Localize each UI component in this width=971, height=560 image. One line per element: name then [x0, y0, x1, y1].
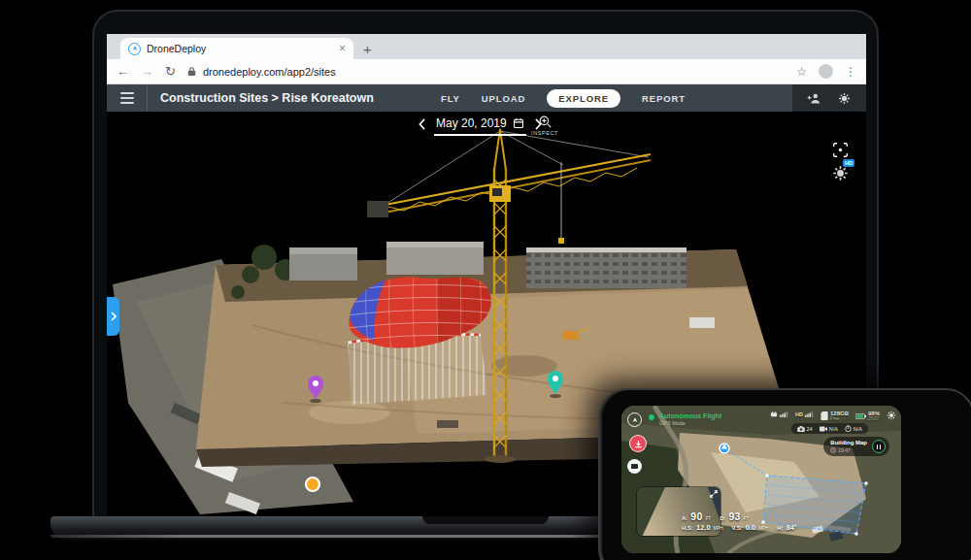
browser-tabstrip: DroneDeploy × + [107, 34, 866, 59]
capture-counters: 24 N/A N/A [791, 423, 868, 434]
address-bar[interactable]: dronedeploy.com/app2/sites [187, 66, 785, 78]
prev-date-icon[interactable] [418, 116, 426, 130]
building-map-label: Building Map [830, 440, 867, 447]
calendar-icon [513, 117, 524, 129]
new-tab-button[interactable]: + [363, 41, 372, 59]
building-map-panel[interactable]: Building Map 19:47 [823, 437, 889, 456]
video-signal-indicator: HD [795, 411, 814, 417]
camera-view-toggle-button[interactable] [627, 459, 642, 474]
inspect-magnifier-icon [538, 115, 552, 129]
hd-badge: HD [843, 159, 854, 167]
invite-user-icon[interactable] [807, 92, 821, 105]
photo-counter: 24 [797, 426, 813, 432]
battery-sub: 25:07 [868, 417, 879, 422]
pause-mapping-button[interactable] [872, 440, 886, 453]
phone-mockup: Autonomous Flight GPS Mode HD 128GB [598, 388, 971, 560]
app-header: Construction Sites > Rise Koreatown FLY … [107, 84, 866, 112]
hamburger-menu-button[interactable] [107, 84, 148, 112]
header-actions [792, 84, 866, 112]
marketing-composite: DroneDeploy × + ← → ↻ dronedeploy.com/ap… [0, 0, 971, 560]
focus-crosshair-icon [832, 142, 849, 158]
battery-indicator[interactable]: 98% 25:07 [855, 411, 880, 422]
telemetry-readout: A: 90 FT D: 93 FT H.S: 12.0 MPH V.S: 0.0… [682, 511, 797, 532]
heading-value: 84° [787, 523, 797, 532]
building-map-timer: 19:47 [830, 447, 867, 453]
breadcrumb: Construction Sites > Rise Koreatown [148, 84, 374, 112]
browser-tab[interactable]: DroneDeploy × [120, 38, 353, 59]
quality-settings-tool[interactable]: HD [829, 162, 851, 183]
battery-icon [855, 413, 866, 419]
distance-value: 93 [728, 511, 740, 522]
altitude-value: 90 [690, 511, 702, 522]
flight-mode-label: Autonomous Flight [659, 412, 721, 420]
storage-sub: Free [830, 417, 839, 422]
rth-drone-icon [634, 440, 643, 448]
pin-orange[interactable] [306, 478, 319, 491]
sidebar-expand-tab[interactable] [107, 297, 119, 336]
flight-status[interactable]: Autonomous Flight GPS Mode [648, 412, 721, 426]
quality-gear-icon [832, 165, 849, 181]
vspeed-value: 0.0 [746, 523, 755, 532]
rc-signal-indicator [770, 411, 788, 417]
phone-settings-icon[interactable] [887, 411, 896, 420]
timer-icon [845, 425, 852, 432]
tab-title: DroneDeploy [147, 43, 333, 54]
reload-icon[interactable]: ↻ [165, 64, 176, 79]
timer-counter: N/A [845, 425, 862, 432]
gps-mode-label: GPS Mode [659, 420, 721, 426]
current-date: May 20, 2019 [436, 116, 507, 130]
remote-controller-icon [770, 411, 778, 417]
tab-close-icon[interactable]: × [339, 42, 346, 55]
hspeed-value: 12.0 [696, 523, 711, 532]
back-icon[interactable]: ← [117, 64, 129, 79]
phone-screen: Autonomous Flight GPS Mode HD 128GB [621, 406, 901, 553]
camera-icon [797, 426, 805, 432]
nav-report[interactable]: REPORT [642, 93, 686, 104]
nav-upload[interactable]: UPLOAD [482, 93, 526, 104]
sd-card-icon [820, 412, 828, 420]
app-nav: FLY UPLOAD EXPLORE REPORT [441, 84, 686, 112]
hd-signal-label: HD [795, 412, 803, 417]
profile-avatar[interactable] [819, 64, 833, 79]
inspect-label: INSPECT [531, 130, 558, 136]
dronedeploy-favicon [128, 43, 141, 55]
nav-explore[interactable]: EXPLORE [547, 89, 620, 108]
url-text: dronedeploy.com/app2/sites [203, 66, 336, 78]
forward-icon[interactable]: → [141, 64, 153, 79]
status-green-dot [648, 413, 655, 421]
video-counter: N/A [820, 426, 838, 432]
return-to-home-button[interactable] [629, 435, 647, 452]
video-icon [820, 426, 827, 432]
expand-icon [710, 490, 718, 498]
phone-statusbar: HD 128GB Free 98% 25:07 [770, 411, 896, 422]
date-navigator: May 20, 2019 [418, 116, 543, 136]
browser-toolbar: ← → ↻ dronedeploy.com/app2/sites ☆ ⋮ [107, 59, 866, 84]
browser-menu-icon[interactable]: ⋮ [845, 65, 856, 79]
inspect-tool[interactable]: INSPECT [531, 115, 558, 136]
clock-icon [830, 447, 836, 453]
settings-gear-icon[interactable] [837, 92, 852, 105]
chevron-right-icon [111, 312, 117, 321]
nav-fly[interactable]: FLY [441, 93, 460, 104]
storage-indicator[interactable]: 128GB Free [820, 411, 849, 422]
dronedeploy-logo-button[interactable] [627, 412, 642, 427]
lock-icon [187, 66, 196, 77]
recenter-tool[interactable] [829, 139, 851, 160]
bookmark-star-icon[interactable]: ☆ [796, 65, 807, 79]
date-picker[interactable]: May 20, 2019 [434, 116, 526, 136]
